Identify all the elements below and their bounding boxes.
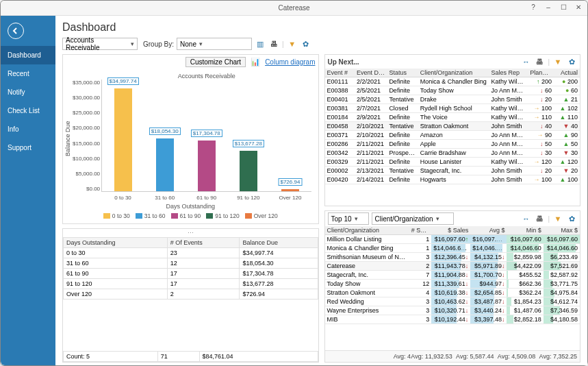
top10-select[interactable]: Top 10▾ bbox=[328, 212, 369, 225]
table-row[interactable]: 31 to 6012$18,054.30 bbox=[64, 258, 318, 269]
chart-bar[interactable]: $18,054.3031 to 60 bbox=[156, 138, 174, 191]
settings-icon[interactable]: ✿ bbox=[301, 38, 311, 49]
minimize-icon[interactable]: – bbox=[544, 2, 553, 12]
top10-print-icon[interactable]: 🖶 bbox=[534, 213, 545, 224]
filter-icon[interactable]: ▼ bbox=[287, 38, 298, 49]
chart-type-icon[interactable]: 📊 bbox=[250, 56, 261, 67]
table-row[interactable]: Over 1202$726.94 bbox=[64, 289, 318, 300]
chart-bar[interactable]: $17,304.7861 to 90 bbox=[198, 141, 216, 191]
top10-row[interactable]: Stratton Oakmont4$10,619.38↓$2,654.85↓$3… bbox=[325, 289, 580, 297]
upnext-grid[interactable]: Event #Event DateStatusClient/Organizati… bbox=[325, 69, 580, 206]
help-icon[interactable]: ? bbox=[528, 2, 538, 12]
group-by-label: Group By: bbox=[143, 40, 174, 48]
top10-row[interactable]: Wayne Enterprises3$10,320.71↓$3,440.24↓$… bbox=[325, 306, 580, 315]
table-row[interactable]: 61 to 9017$17,304.78 bbox=[64, 269, 318, 279]
chart-y-label: Balance Due bbox=[64, 71, 71, 206]
days-table[interactable]: Days Outstanding# Of EventsBalance Due 0… bbox=[63, 237, 318, 300]
upnext-row[interactable]: E003812/7/2021ClosedRydell High SchoolKa… bbox=[325, 104, 580, 113]
upnext-row[interactable]: E003882/5/2021DefiniteToday ShowJo Ann M… bbox=[325, 86, 580, 95]
top10-field-select[interactable]: Client/Organization▾ bbox=[372, 212, 454, 225]
legend-item: 91 to 120 bbox=[206, 212, 239, 219]
table-row[interactable]: 0 to 3023$34,997.74 bbox=[64, 248, 318, 258]
upnext-title: Up Next... bbox=[328, 58, 359, 66]
chart-bar[interactable]: $34,997.740 to 30 bbox=[114, 88, 132, 191]
maximize-icon[interactable]: ☐ bbox=[559, 2, 568, 12]
upnext-row[interactable]: E004582/10/2021TentativeStratton Oakmont… bbox=[325, 122, 580, 131]
top10-row[interactable]: Today Show12$11,339.61↓$944.97↓$662.36$3… bbox=[325, 280, 580, 289]
upnext-print-icon[interactable]: 🖶 bbox=[534, 56, 545, 67]
group-by-select[interactable]: None▾ bbox=[177, 38, 252, 50]
upnext-refresh-icon[interactable]: ↔ bbox=[520, 56, 531, 67]
upnext-row[interactable]: E002862/11/2021DefiniteAppleJo Ann Mulni… bbox=[325, 140, 580, 149]
top10-row[interactable]: Caterease2$11,943.78↓$5,971.89↓$4,422.09… bbox=[325, 262, 580, 271]
chart-bar[interactable]: $13,677.2891 to 120 bbox=[240, 151, 257, 191]
upnext-row[interactable]: E004012/5/2021TentativeDrakeJohn Smith↓ … bbox=[325, 95, 580, 104]
page-title: Dashboard bbox=[62, 20, 580, 38]
top10-row[interactable]: Red Wedding3$10,463.62↓$3,487.87↓$1,854.… bbox=[325, 297, 580, 306]
legend-item: 61 to 90 bbox=[171, 212, 201, 219]
table-row[interactable]: 91 to 12017$13,677.28 bbox=[64, 279, 318, 289]
account-select[interactable]: Accounts Receivable▾ bbox=[62, 38, 138, 50]
top10-row[interactable]: Stagecraft, Inc.7$11,904.88↓$1,700.70↓$4… bbox=[325, 271, 580, 280]
sidebar-item-dashboard[interactable]: Dashboard bbox=[1, 46, 55, 64]
upnext-row[interactable]: E001842/9/2021DefiniteThe VoiceKathy Wil… bbox=[325, 113, 580, 122]
legend-item: 0 to 30 bbox=[103, 212, 130, 219]
chart-bar[interactable]: $726.94Over 120 bbox=[281, 189, 299, 191]
customize-chart-button[interactable]: Customize Chart bbox=[186, 57, 246, 67]
print-icon[interactable]: 🖶 bbox=[268, 38, 279, 49]
upnext-filter-icon[interactable]: ▼ bbox=[552, 56, 563, 67]
top10-refresh-icon[interactable]: ↔ bbox=[520, 213, 531, 224]
top10-row[interactable]: Smithsonian Museum of Natural Hi…3$12,39… bbox=[325, 253, 580, 262]
sidebar-item-info[interactable]: Info bbox=[1, 120, 55, 138]
legend-item: Over 120 bbox=[245, 212, 278, 219]
sidebar-item-recent[interactable]: Recent bbox=[1, 64, 55, 83]
columns-icon[interactable]: ▥ bbox=[255, 38, 266, 49]
upnext-settings-icon[interactable]: ✿ bbox=[566, 56, 577, 67]
sidebar-item-check-list[interactable]: Check List bbox=[1, 101, 55, 120]
upnext-row[interactable]: E000022/13/2021TentativeStagecraft, Inc.… bbox=[325, 167, 580, 175]
days-events-total: 71 bbox=[157, 352, 199, 362]
window-title: Caterease bbox=[278, 4, 309, 12]
upnext-row[interactable]: E003712/10/2021DefiniteAmazonJo Ann Muln… bbox=[325, 131, 580, 140]
upnext-row[interactable]: E004202/14/2021DefiniteHogwartsJohn Smit… bbox=[325, 175, 580, 184]
legend-item: 31 to 60 bbox=[136, 212, 166, 219]
days-balance-total: $84,761.04 bbox=[199, 352, 318, 362]
top10-settings-icon[interactable]: ✿ bbox=[566, 213, 577, 224]
top10-grid[interactable]: Client/Organization# Sales$ SalesAvg $Mi… bbox=[325, 226, 580, 350]
upnext-row[interactable]: E003292/11/2021DefiniteHouse LanisterKat… bbox=[325, 158, 580, 167]
column-diagram-link[interactable]: Column diagram bbox=[265, 58, 315, 66]
sidebar-item-support[interactable]: Support bbox=[1, 138, 55, 157]
top10-row[interactable]: MIB3$10,192.44↓$3,397.48↓$2,852.18$4,180… bbox=[325, 315, 580, 324]
days-count: Count: 5 bbox=[64, 352, 158, 362]
sidebar-item-notify[interactable]: Notify bbox=[1, 83, 55, 101]
top10-row[interactable]: Million Dollar Listing1$16,097.60↑$16,09… bbox=[325, 235, 580, 244]
close-icon[interactable]: ✕ bbox=[574, 2, 583, 12]
top10-filter-icon[interactable]: ▼ bbox=[552, 213, 563, 224]
top10-row[interactable]: Monica & Chandler Bing1$14,046.60→$14,04… bbox=[325, 244, 580, 253]
back-button[interactable] bbox=[8, 23, 24, 39]
upnext-row[interactable]: E001112/2/2021DefiniteMonica & Chandler … bbox=[325, 77, 580, 86]
upnext-row[interactable]: E003422/11/2021ProspectiveCarrie Bradsha… bbox=[325, 149, 580, 158]
